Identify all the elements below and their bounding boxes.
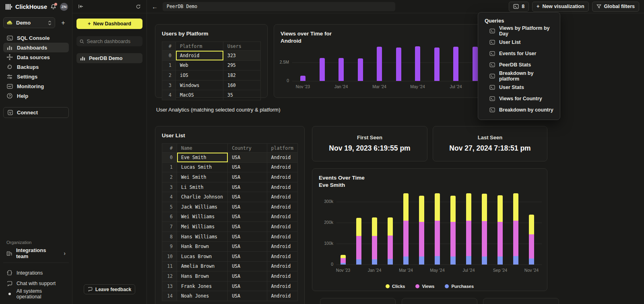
table-cell[interactable]: Hans Brown xyxy=(177,271,228,281)
bar-segment[interactable] xyxy=(529,215,534,234)
bar-segment[interactable] xyxy=(419,256,424,265)
table-cell[interactable]: 14 xyxy=(162,291,177,301)
column-header[interactable]: # xyxy=(162,42,176,51)
bar-segment[interactable] xyxy=(497,222,503,256)
table-cell[interactable]: Charlie Johnson xyxy=(177,192,228,202)
bar[interactable] xyxy=(358,58,363,81)
query-item-user-list[interactable]: User List xyxy=(478,37,560,48)
bar[interactable] xyxy=(372,217,377,265)
global-filters-button[interactable]: Global filters xyxy=(592,2,639,12)
bar[interactable] xyxy=(356,218,361,265)
bar-segment[interactable] xyxy=(388,259,393,265)
bar[interactable] xyxy=(396,48,401,81)
table-cell[interactable]: Frank Jones xyxy=(177,281,228,291)
bar-segment[interactable] xyxy=(450,256,456,265)
table-cell[interactable]: USA xyxy=(228,162,267,172)
bar-segment[interactable] xyxy=(513,256,518,265)
bar-segment[interactable] xyxy=(497,256,503,265)
dashboard-title-input[interactable] xyxy=(163,2,395,11)
bar-segment[interactable] xyxy=(372,217,377,236)
bar-segment[interactable] xyxy=(513,221,518,256)
table-cell[interactable]: Android xyxy=(267,222,297,232)
table-cell[interactable]: Android xyxy=(267,172,297,182)
service-selector[interactable]: Demo xyxy=(3,17,55,28)
table-cell[interactable]: Android xyxy=(267,281,297,291)
table-cell[interactable]: Android xyxy=(267,182,297,192)
bar-segment[interactable] xyxy=(396,48,401,81)
table-cell[interactable]: Noah Jones xyxy=(177,291,228,301)
avatar[interactable]: ZN xyxy=(60,3,68,11)
bar-segment[interactable] xyxy=(450,196,456,222)
table-cell[interactable]: USA xyxy=(228,271,267,281)
table-cell[interactable]: 4 xyxy=(162,90,176,100)
bar-segment[interactable] xyxy=(341,258,346,263)
bar-segment[interactable] xyxy=(513,193,518,221)
table-cell[interactable]: USA xyxy=(228,182,267,192)
legend-item-views[interactable]: Views xyxy=(415,284,434,289)
add-service-button[interactable]: + xyxy=(58,18,68,28)
sidebar-item-chat-support[interactable]: Chat with support xyxy=(3,278,69,289)
new-visualization-button[interactable]: + New visualization xyxy=(532,2,589,12)
table-cell[interactable]: Android xyxy=(267,232,297,242)
table-cell[interactable]: 323 xyxy=(223,51,261,61)
table-cell[interactable]: Hans Williams xyxy=(177,232,228,242)
table-cell[interactable]: 12 xyxy=(162,271,177,281)
bar-segment[interactable] xyxy=(377,47,382,81)
bar-segment[interactable] xyxy=(435,256,440,265)
bar[interactable] xyxy=(377,47,382,81)
table-cell[interactable]: Lucas Brown xyxy=(177,251,228,261)
table-cell[interactable]: USA xyxy=(228,202,267,212)
bar-segment[interactable] xyxy=(434,48,440,81)
table-cell[interactable]: USA xyxy=(228,242,267,252)
events-over-time-plot[interactable]: 0100k200k300kNov '23Jan '24Mar '24May '2… xyxy=(336,191,542,265)
table-cell[interactable]: Android xyxy=(267,242,297,252)
bar-segment[interactable] xyxy=(356,236,361,259)
table-cell[interactable]: USA xyxy=(228,212,267,222)
bar-segment[interactable] xyxy=(356,259,361,265)
table-cell[interactable]: 0 xyxy=(162,153,177,163)
bar[interactable] xyxy=(466,193,471,265)
sidebar-item-help[interactable]: Help xyxy=(3,91,69,101)
bar-segment[interactable] xyxy=(358,58,363,81)
table-cell[interactable]: 182 xyxy=(223,70,261,81)
sidebar-item-integrations[interactable]: Integrations xyxy=(3,268,69,278)
column-header[interactable]: Users xyxy=(223,42,261,51)
table-cell[interactable]: Li Smith xyxy=(177,182,228,192)
table-cell[interactable]: Android xyxy=(267,162,297,172)
bar[interactable] xyxy=(513,193,518,265)
table-cell[interactable]: 6 xyxy=(162,212,177,222)
bar-segment[interactable] xyxy=(300,76,305,81)
bar-segment[interactable] xyxy=(482,221,487,256)
table-cell[interactable]: 2 xyxy=(162,172,177,182)
table-cell[interactable]: USA xyxy=(228,192,267,202)
table-cell[interactable]: USA xyxy=(228,261,267,271)
bar-segment[interactable] xyxy=(435,193,440,221)
table-cell[interactable]: Eve Smith xyxy=(177,153,228,163)
table-cell[interactable]: Jack Williams xyxy=(177,202,228,212)
table-cell[interactable]: USA xyxy=(228,222,267,232)
query-item-views-for-country[interactable]: Views for Country xyxy=(478,93,560,104)
column-header[interactable]: Platform xyxy=(176,42,223,51)
sidebar-item-integrations-team[interactable]: Integrations team › xyxy=(3,248,69,259)
column-header[interactable]: Country xyxy=(228,144,267,153)
table-cell[interactable]: MacOS xyxy=(176,90,223,100)
bar[interactable] xyxy=(497,195,503,265)
table-cell[interactable]: 1 xyxy=(162,60,176,70)
bar-segment[interactable] xyxy=(482,256,487,265)
table-cell[interactable]: Amelia Brown xyxy=(177,261,228,271)
bar-segment[interactable] xyxy=(473,47,478,81)
bar-segment[interactable] xyxy=(529,234,534,259)
table-cell[interactable]: Windows xyxy=(176,80,223,90)
bar-segment[interactable] xyxy=(415,46,420,81)
column-header[interactable]: # xyxy=(162,144,177,153)
bar-segment[interactable] xyxy=(403,193,409,221)
query-item-breakdown-by-platform[interactable]: Breakdown by platform xyxy=(478,70,560,82)
bar[interactable] xyxy=(529,215,534,265)
collapse-panel-icon[interactable] xyxy=(78,4,84,9)
table-cell[interactable]: Android xyxy=(267,212,297,222)
search-input[interactable] xyxy=(87,39,139,44)
notifications-bell-icon[interactable] xyxy=(50,4,57,10)
table-cell[interactable]: Wei Smith xyxy=(177,172,228,182)
table-cell[interactable]: 9 xyxy=(162,242,177,252)
table-cell[interactable]: 0 xyxy=(162,51,176,61)
